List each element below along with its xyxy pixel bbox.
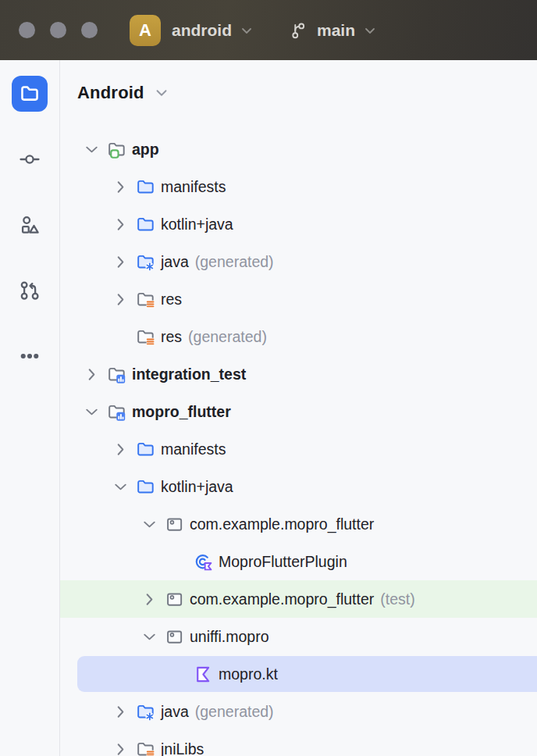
tree-row-label: kotlin+java	[161, 478, 233, 496]
tree-row-suffix: (generated)	[188, 328, 267, 346]
commit-icon	[19, 148, 41, 170]
tree-row-label: res	[161, 291, 182, 308]
tree-row[interactable]: app	[60, 130, 537, 168]
kotlin-file-icon	[194, 664, 219, 684]
generated-folder-icon	[136, 251, 161, 272]
tree-row-label: mopro.kt	[219, 665, 278, 683]
project-badge[interactable]: A	[130, 15, 161, 46]
tree-row[interactable]: integration_test	[60, 355, 537, 393]
tree-row-label: app	[132, 141, 159, 159]
tree-row-label: MoproFlutterPlugin	[219, 553, 347, 571]
ide-window: A android main	[0, 0, 537, 756]
chevron-collapsed-icon[interactable]	[111, 252, 136, 271]
tree-row[interactable]: res (generated)	[60, 318, 537, 355]
project-tree: app manifests kotlin+java java (generate…	[60, 130, 537, 756]
pull-request-icon	[19, 280, 41, 301]
chevron-expanded-icon[interactable]	[140, 627, 165, 646]
minimize-button[interactable]	[50, 22, 66, 38]
tree-row-label: kotlin+java	[161, 216, 233, 234]
tree-row-label: manifests	[161, 178, 226, 196]
chevron-collapsed-icon[interactable]	[111, 177, 136, 196]
more-icon	[19, 345, 41, 367]
package-icon	[165, 626, 190, 647]
pull-requests-tool-button[interactable]	[12, 273, 48, 308]
zoom-button[interactable]	[81, 22, 98, 38]
tree-row[interactable]: jniLibs	[60, 730, 537, 756]
view-selector-chevron-down-icon	[153, 84, 170, 102]
chevron-expanded-icon[interactable]	[111, 477, 136, 496]
tree-row[interactable]: res	[60, 280, 537, 318]
chevron-expanded-icon[interactable]	[140, 515, 165, 533]
tree-row-label: mopro_flutter	[132, 403, 231, 421]
title-bar: A android main	[0, 0, 537, 60]
module-folder-icon	[107, 364, 132, 384]
chevron-collapsed-icon[interactable]	[111, 215, 136, 234]
tree-row-label: uniffi.mopro	[190, 628, 269, 646]
tree-row-label: res	[161, 328, 182, 346]
generated-folder-icon	[136, 701, 161, 722]
chevron-spacer	[169, 665, 194, 683]
git-branch-icon	[289, 20, 309, 41]
project-name[interactable]: android	[172, 21, 232, 40]
branch-name: main	[317, 21, 355, 40]
tree-row-label: java	[161, 253, 189, 271]
tree-row[interactable]: kotlin+java	[60, 205, 537, 243]
project-panel: Android app manifests kotlin+java java (…	[60, 60, 537, 756]
tree-row[interactable]: java (generated)	[60, 243, 537, 280]
structure-icon	[19, 214, 41, 236]
source-folder-icon	[136, 439, 161, 459]
view-selector[interactable]: Android	[77, 77, 537, 109]
tree-row-label: integration_test	[132, 366, 246, 383]
tree-row[interactable]: kotlin+java	[60, 468, 537, 505]
source-folder-icon	[136, 214, 161, 234]
tree-row[interactable]: mopro_flutter	[60, 393, 537, 430]
module-folder-icon	[107, 401, 132, 422]
tree-row[interactable]: com.example.mopro_flutter	[60, 505, 537, 543]
kotlin-class-icon	[194, 551, 219, 572]
tree-row[interactable]: manifests	[60, 430, 537, 468]
res-folder-icon	[136, 326, 161, 347]
res-folder-icon	[136, 289, 161, 309]
chevron-collapsed-icon[interactable]	[111, 740, 136, 756]
package-icon	[165, 514, 190, 534]
source-folder-icon	[136, 476, 161, 497]
tree-row-suffix: (test)	[380, 590, 414, 608]
tree-row-label: com.example.mopro_flutter	[190, 515, 374, 533]
chevron-collapsed-icon[interactable]	[111, 440, 136, 458]
chevron-spacer	[169, 552, 194, 571]
commit-tool-button[interactable]	[12, 141, 48, 177]
structure-tool-button[interactable]	[12, 207, 48, 243]
tree-row-label: jniLibs	[161, 740, 204, 756]
tree-row[interactable]: manifests	[60, 168, 537, 205]
tree-row[interactable]: com.example.mopro_flutter (test)	[60, 580, 537, 618]
module-app-folder-icon	[107, 139, 132, 159]
tree-row-suffix: (generated)	[195, 703, 274, 721]
tree-row[interactable]: mopro.kt	[60, 655, 537, 693]
branch-selector[interactable]: main	[289, 20, 378, 41]
tool-window-stripe	[0, 60, 60, 756]
tree-row[interactable]: java (generated)	[60, 693, 537, 730]
chevron-collapsed-icon[interactable]	[82, 365, 107, 383]
chevron-collapsed-icon[interactable]	[140, 590, 165, 608]
source-folder-icon	[136, 177, 161, 197]
res-folder-icon	[136, 739, 161, 756]
project-tool-button[interactable]	[12, 76, 48, 112]
project-folder-icon	[19, 83, 41, 105]
tree-row[interactable]: MoproFlutterPlugin	[60, 543, 537, 580]
tree-row-label: com.example.mopro_flutter	[190, 590, 374, 608]
package-icon	[165, 589, 190, 609]
chevron-collapsed-icon[interactable]	[111, 290, 136, 308]
project-chevron-down-icon[interactable]	[239, 23, 254, 38]
tree-row-label: manifests	[161, 440, 226, 458]
tree-row-suffix: (generated)	[195, 253, 274, 271]
branch-chevron-down-icon	[362, 23, 378, 38]
close-button[interactable]	[19, 22, 35, 38]
view-selector-label: Android	[77, 83, 144, 103]
chevron-expanded-icon[interactable]	[82, 402, 107, 421]
chevron-expanded-icon[interactable]	[82, 140, 107, 159]
tree-row-label: java	[161, 703, 189, 721]
tree-row[interactable]: uniffi.mopro	[60, 618, 537, 655]
more-tool-windows-button[interactable]	[12, 338, 48, 374]
window-controls	[19, 22, 98, 38]
chevron-collapsed-icon[interactable]	[111, 702, 136, 721]
